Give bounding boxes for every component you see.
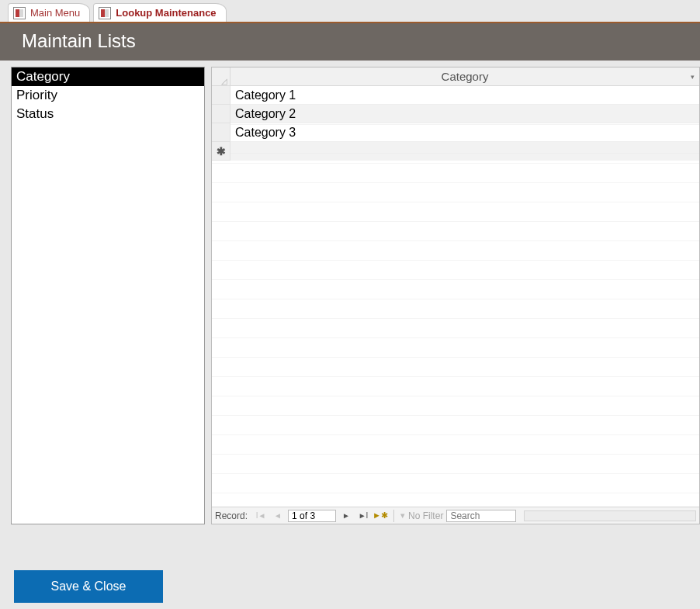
funnel-icon: ▾ [400, 510, 405, 521]
nav-last-icon[interactable]: ►I [356, 510, 370, 522]
cell-category[interactable]: Category 3 [230, 124, 699, 142]
table-row[interactable]: Category 1 [212, 86, 699, 105]
tab-label: Main Menu [30, 7, 80, 19]
listbox-item-label: Status [16, 106, 54, 121]
nav-next-icon[interactable]: ► [339, 510, 353, 522]
column-header-label: Category [442, 70, 489, 83]
cell-category[interactable]: Category 1 [230, 87, 699, 105]
listbox-item-label: Category [16, 69, 70, 84]
new-row[interactable]: ✱ [212, 142, 699, 161]
tab-label: Lookup Maintenance [116, 7, 216, 19]
record-position-input[interactable] [288, 510, 336, 522]
listbox-item-status[interactable]: Status [12, 105, 204, 123]
record-navigator: Record: I◄ ◄ ► ►I ►✱ ▾ No Filter [212, 507, 699, 524]
row-selector[interactable] [212, 123, 230, 142]
page-header: Maintain Lists [0, 22, 700, 61]
column-dropdown-icon[interactable]: ▾ [691, 73, 695, 81]
table-row[interactable]: Category 3 [212, 123, 699, 142]
cell-new[interactable] [230, 150, 699, 154]
no-filter-label: No Filter [408, 510, 443, 521]
tab-lookup-maintenance[interactable]: Lookup Maintenance [93, 3, 226, 22]
search-input[interactable] [446, 510, 516, 522]
listbox-item-category[interactable]: Category [12, 67, 204, 86]
nav-first-icon[interactable]: I◄ [254, 510, 268, 522]
column-header-category[interactable]: Category ▾ [230, 67, 699, 85]
separator [393, 510, 394, 522]
nav-new-icon[interactable]: ►✱ [373, 510, 387, 522]
list-type-listbox[interactable]: Category Priority Status [11, 67, 205, 524]
form-icon [99, 7, 111, 19]
horizontal-scrollbar[interactable] [524, 510, 696, 521]
select-all-cell[interactable] [212, 67, 230, 85]
listbox-item-priority[interactable]: Priority [12, 86, 204, 105]
page-title: Maintain Lists [22, 30, 136, 52]
record-label: Record: [215, 510, 248, 521]
row-selector[interactable] [212, 86, 230, 105]
content-area: Category Priority Status Category ▾ Cate… [0, 61, 700, 526]
save-close-button[interactable]: Save & Close [14, 570, 163, 603]
tab-strip: Main Menu Lookup Maintenance [0, 0, 700, 22]
new-row-marker-icon: ✱ [212, 142, 230, 161]
table-row[interactable]: Category 2 [212, 105, 699, 123]
datasheet: Category ▾ Category 1 Category 2 Categor… [211, 67, 700, 524]
datasheet-body: Category 1 Category 2 Category 3 ✱ [212, 86, 699, 507]
nav-prev-icon[interactable]: ◄ [271, 510, 285, 522]
row-selector[interactable] [212, 105, 230, 123]
cell-category[interactable]: Category 2 [230, 106, 699, 123]
no-filter-indicator[interactable]: ▾ No Filter [400, 510, 443, 521]
datasheet-header: Category ▾ [212, 67, 699, 86]
listbox-item-label: Priority [16, 88, 57, 102]
form-icon [13, 7, 26, 19]
tab-main-menu[interactable]: Main Menu [8, 3, 90, 22]
